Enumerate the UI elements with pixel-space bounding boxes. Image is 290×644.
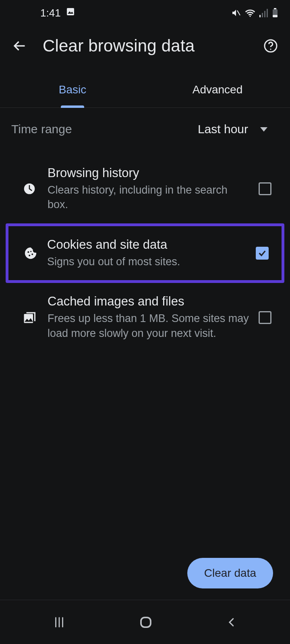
item-subtitle: Signs you out of most sites. <box>47 254 248 269</box>
svg-point-15 <box>31 254 33 255</box>
svg-rect-2 <box>259 15 261 17</box>
history-icon <box>11 182 48 195</box>
item-cached-images[interactable]: Cached images and files Frees up less th… <box>0 283 290 352</box>
system-nav-bar <box>0 600 290 644</box>
svg-rect-21 <box>141 617 151 627</box>
page-title: Clear browsing data <box>43 36 259 56</box>
battery-icon <box>272 8 278 18</box>
status-bar: 1:41 <box>0 0 290 26</box>
signal-icon <box>259 8 268 17</box>
svg-rect-8 <box>273 15 278 17</box>
time-range-label: Time range <box>11 122 72 136</box>
svg-point-13 <box>27 251 29 253</box>
item-title: Cached images and files <box>48 294 251 309</box>
home-icon <box>139 615 153 630</box>
time-range-value-wrap: Last hour <box>198 122 267 136</box>
tab-advanced[interactable]: Advanced <box>145 72 290 107</box>
svg-point-16 <box>30 251 31 252</box>
item-cookies-site-data[interactable]: Cookies and site data Signs you out of m… <box>6 223 284 283</box>
svg-point-11 <box>270 49 271 50</box>
home-button[interactable] <box>139 615 153 630</box>
item-title: Cookies and site data <box>47 237 248 252</box>
images-icon <box>11 310 48 325</box>
tab-advanced-label: Advanced <box>193 83 243 96</box>
checkbox-cookies-site-data[interactable] <box>256 247 269 260</box>
svg-rect-0 <box>67 8 74 15</box>
checkbox-cached-images[interactable] <box>259 311 271 324</box>
item-title: Browsing history <box>48 166 251 180</box>
data-type-list: Browsing history Clears history, includi… <box>0 155 290 352</box>
cookie-icon <box>14 246 47 260</box>
help-button[interactable] <box>259 35 282 57</box>
check-icon <box>258 249 267 258</box>
time-range-row[interactable]: Time range Last hour <box>0 111 290 147</box>
system-back-button[interactable] <box>226 616 238 628</box>
status-right <box>231 8 278 18</box>
back-button[interactable] <box>8 35 31 57</box>
app-bar: Clear browsing data <box>0 26 290 66</box>
caret-down-icon <box>260 127 267 132</box>
svg-line-1 <box>237 10 240 15</box>
screenshot-indicator-icon <box>66 7 75 19</box>
chevron-left-icon <box>226 616 238 628</box>
recents-button[interactable] <box>52 615 66 629</box>
svg-rect-6 <box>274 8 276 9</box>
svg-rect-3 <box>262 13 263 17</box>
item-subtitle: Frees up less than 1 MB. Some sites may … <box>48 311 251 341</box>
svg-point-14 <box>29 255 30 256</box>
checkbox-browsing-history[interactable] <box>259 182 271 195</box>
tabs: Basic Advanced <box>0 72 290 108</box>
mute-icon <box>231 8 241 18</box>
item-subtitle: Clears history, including in the search … <box>48 183 251 212</box>
tab-basic-label: Basic <box>59 83 86 96</box>
svg-rect-5 <box>267 9 268 17</box>
item-browsing-history[interactable]: Browsing history Clears history, includi… <box>0 155 290 223</box>
wifi-icon <box>245 8 255 17</box>
status-time: 1:41 <box>40 7 61 19</box>
clear-data-label: Clear data <box>204 567 256 579</box>
tab-basic[interactable]: Basic <box>0 72 145 107</box>
help-circle-icon <box>263 39 278 53</box>
arrow-left-icon <box>12 39 27 53</box>
status-left: 1:41 <box>40 7 75 19</box>
svg-rect-4 <box>264 11 265 17</box>
recents-icon <box>52 615 66 629</box>
time-range-value: Last hour <box>198 122 248 136</box>
clear-data-button[interactable]: Clear data <box>187 558 273 588</box>
